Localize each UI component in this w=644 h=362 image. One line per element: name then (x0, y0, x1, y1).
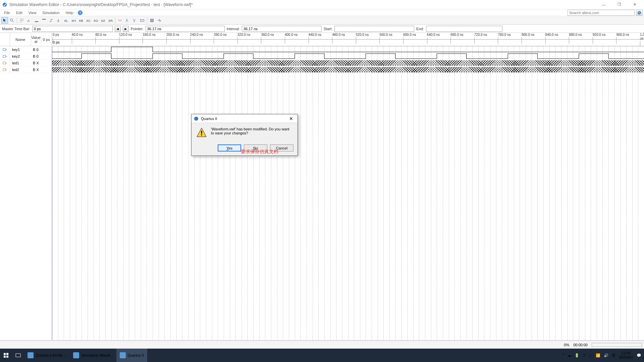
svg-text:Z: Z (57, 18, 59, 22)
signal-row-key2[interactable]: key2B 0 (0, 53, 52, 60)
windows-taskbar: Quartus II 64-Bit ... Simulation Wavef..… (0, 349, 644, 362)
close-button[interactable]: ✕ (627, 0, 642, 9)
taskview-button[interactable] (12, 349, 24, 362)
tool-xb[interactable]: XB (77, 17, 84, 24)
ruler-tick: 200.0 ns (166, 33, 179, 37)
tool-xr[interactable]: XR (107, 17, 114, 24)
svg-text:XO: XO (94, 18, 98, 22)
ruler-tick: 80.0 ns (95, 33, 106, 37)
interval-input[interactable] (242, 26, 322, 32)
wave-row[interactable] (52, 60, 644, 66)
start-button[interactable] (0, 349, 12, 362)
tool-xl[interactable]: XL (63, 17, 69, 24)
tool-z[interactable]: Z (55, 17, 62, 24)
ruler-tick: 640.0 ns (427, 33, 440, 37)
minimize-button[interactable]: — (596, 0, 611, 9)
pointer-input[interactable] (146, 26, 225, 32)
tool-xh[interactable]: XH (70, 17, 77, 24)
ruler-tick: 320.0 ns (237, 33, 250, 37)
tool-xc[interactable]: XC (85, 17, 92, 24)
timebar: Master Time Bar: ◄ ► Pointer: Interval: … (0, 25, 644, 33)
wave-row[interactable] (52, 53, 644, 60)
tray-up-icon[interactable]: ˄ (562, 353, 564, 358)
tool-random[interactable] (117, 17, 123, 24)
status-percent: 0% (564, 343, 569, 347)
dialog-close-button[interactable]: ✕ (287, 116, 296, 121)
cursor-row: 0 ps (52, 40, 644, 46)
tray-usb-icon[interactable]: ⇪ (583, 353, 586, 358)
tool-zoom[interactable] (9, 17, 15, 24)
menu-view[interactable]: View (26, 10, 39, 15)
end-label: End: (416, 27, 424, 31)
system-tray[interactable]: ˄ ☁ 🔋 ⇪ ⬚ 📶 🔊 英 12:02 2020/6/1 💬 (559, 351, 644, 360)
next-button[interactable]: ► (123, 26, 129, 32)
svg-text:XH: XH (71, 18, 76, 22)
taskbar-app-0[interactable]: Quartus II 64-Bit ... (24, 349, 70, 362)
ruler-tick: 440.0 ns (309, 33, 321, 37)
menu-file[interactable]: File (1, 10, 13, 15)
svg-rect-20 (4, 356, 6, 358)
svg-rect-25 (201, 134, 202, 135)
ruler-tick-0: 0 ps (53, 33, 59, 37)
search-input[interactable] (568, 10, 635, 16)
tray-wifi-icon[interactable]: 📶 (596, 353, 600, 358)
tray-onedrive-icon[interactable]: ☁ (568, 353, 571, 358)
tool-bus[interactable] (139, 17, 146, 24)
menu-edit[interactable]: Edit (13, 10, 25, 15)
svg-point-0 (3, 2, 7, 6)
ruler-tick: 720.0 ns (474, 33, 487, 37)
waveform-pane[interactable]: 0 ps 40.0 ns80.0 ns120.0 ns160.0 ns200.0… (52, 33, 644, 340)
tool-timing[interactable] (156, 17, 163, 24)
prev-button[interactable]: ◄ (115, 26, 121, 32)
wave-row[interactable] (52, 66, 644, 73)
signal-row-led2[interactable]: led2B X (0, 66, 52, 73)
start-input[interactable] (334, 26, 414, 32)
end-input[interactable] (426, 26, 502, 32)
tray-battery-icon[interactable]: 🔋 (575, 353, 579, 358)
tray-clock[interactable]: 12:02 2020/6/1 (619, 351, 633, 360)
tool-and[interactable]: A (26, 17, 33, 24)
signal-row-key1[interactable]: key1B 0 (0, 46, 52, 53)
taskbar-app-1[interactable]: Simulation Wavef... (70, 349, 116, 362)
maximize-button[interactable]: ❐ (612, 0, 627, 9)
search-button[interactable] (636, 10, 643, 16)
ruler-tick: 600.0 ns (403, 33, 416, 37)
dialog-title: Quartus II (201, 117, 217, 121)
status-time: 00:00:00 (573, 343, 588, 347)
ruler-tick: 760.0 ns (498, 33, 511, 37)
app-icon (2, 2, 7, 7)
tool-invert[interactable] (48, 17, 55, 24)
tool-sort-asc[interactable] (124, 17, 131, 24)
tool-grid[interactable] (149, 17, 155, 24)
tool-force-high[interactable] (41, 17, 47, 24)
wave-row[interactable] (52, 46, 644, 53)
svg-rect-18 (4, 353, 6, 355)
signal-value: B X (32, 61, 52, 65)
tool-xo[interactable]: XO (92, 17, 99, 24)
svg-rect-22 (16, 354, 20, 357)
help-icon[interactable]: ? (78, 10, 83, 15)
tray-network-icon[interactable]: ⬚ (589, 353, 592, 358)
taskbar-app-2[interactable]: Quartus II (116, 349, 147, 362)
svg-rect-21 (6, 356, 8, 358)
menu-help[interactable]: Help (63, 10, 76, 15)
dialog-yes-button[interactable]: Yes (218, 144, 241, 152)
wave-editor-icon (73, 352, 79, 358)
tray-volume-icon[interactable]: 🔊 (604, 353, 608, 358)
master-time-input[interactable] (32, 26, 113, 32)
wave-area[interactable] (52, 46, 644, 340)
annotation-text: 要求保存仿真文档 (241, 149, 278, 155)
svg-text:A: A (28, 18, 30, 22)
main-area: Name Value at 0 ps key1B 0key2B 0led1B X… (0, 33, 644, 341)
tool-sort-desc[interactable] (131, 17, 138, 24)
tool-cut[interactable] (18, 17, 25, 24)
signal-row-led1[interactable]: led1B X (0, 60, 52, 66)
tool-pointer[interactable] (1, 17, 8, 24)
master-time-label: Master Time Bar: (2, 27, 30, 31)
menu-simulation[interactable]: Simulation (40, 10, 62, 15)
tray-notifications-icon[interactable]: 💬 (637, 353, 641, 358)
tool-xz[interactable]: XZ (100, 17, 106, 24)
tray-ime[interactable]: 英 (612, 353, 615, 358)
tool-force-low[interactable] (33, 17, 40, 24)
time-ruler: 0 ps 40.0 ns80.0 ns120.0 ns160.0 ns200.0… (52, 33, 644, 40)
